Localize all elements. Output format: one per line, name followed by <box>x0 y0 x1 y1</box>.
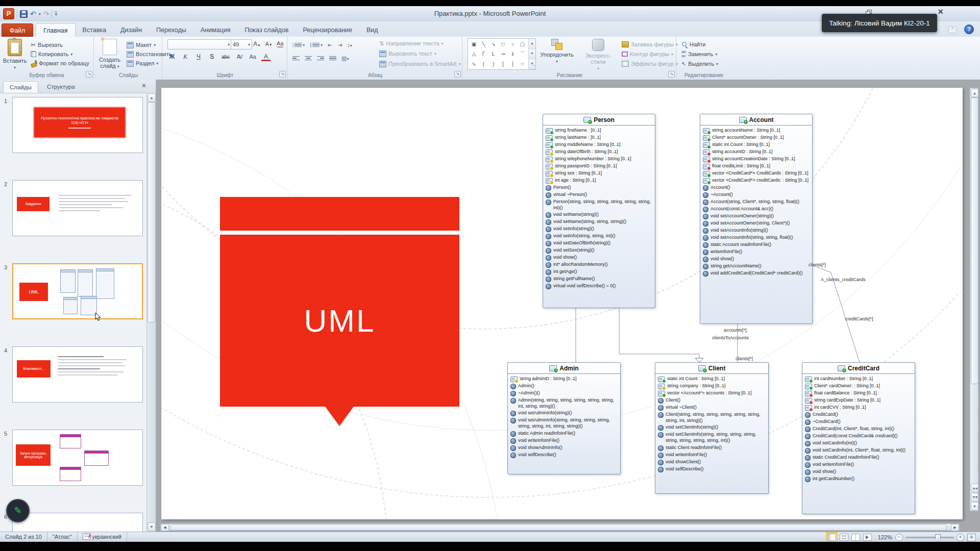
scroll-right-icon[interactable]: ▶ <box>951 524 959 531</box>
font-size-combo[interactable]: 49▾ <box>231 39 252 49</box>
align-center-button[interactable] <box>305 56 312 61</box>
new-slide-button[interactable]: Создать слайд ▾ <box>96 38 124 70</box>
scroll-up-icon[interactable]: ▲ <box>148 93 156 102</box>
slide-thumbnail-3[interactable]: UML <box>12 263 143 319</box>
text-direction-button[interactable]: ⇅Направление текста▾ <box>379 38 444 48</box>
dialog-launcher-icon[interactable]: ↘ <box>279 71 286 78</box>
uml-class-account[interactable]: Accountstring accountName : String [0..1… <box>700 114 813 324</box>
shape-option-icon[interactable]: L <box>492 51 495 57</box>
find-button[interactable]: Найти <box>681 39 705 49</box>
decrease-indent-button[interactable]: ⇤ <box>328 42 332 48</box>
shape-option-icon[interactable]: ☆ <box>520 61 525 67</box>
horizontal-scrollbar[interactable]: ◀ ▶ <box>160 523 960 531</box>
tab-transitions[interactable]: Переходы <box>149 23 193 37</box>
shape-option-icon[interactable]: { <box>502 61 504 67</box>
uml-class-client[interactable]: Clientstatic int Count : String [0..1]st… <box>655 362 769 494</box>
shape-effects-button[interactable]: Эффекты фигур▾ <box>622 59 678 69</box>
panel-scrollbar[interactable]: ▲ ▼ <box>146 93 156 532</box>
zoom-slider[interactable] <box>905 537 954 538</box>
strikethrough-button[interactable]: abc <box>220 54 231 60</box>
shape-option-icon[interactable]: ( <box>483 61 484 67</box>
zoom-in-button[interactable]: + <box>957 534 964 541</box>
scroll-down-icon[interactable]: ▼ <box>148 522 156 531</box>
shape-outline-button[interactable]: Контур фигуры▾ <box>622 49 673 59</box>
shape-option-icon[interactable]: } <box>512 61 513 67</box>
paste-button[interactable]: Вставить▾ <box>1 38 29 71</box>
align-text-button[interactable]: Выровнять текст▾ <box>379 48 436 59</box>
align-left-button[interactable] <box>292 56 300 61</box>
view-reading-button[interactable] <box>851 534 860 541</box>
shape-option-icon[interactable]: ∿ <box>472 61 476 67</box>
close-window-icon[interactable]: × <box>938 7 943 17</box>
shape-option-icon[interactable]: ╲ <box>482 41 485 47</box>
text-shadow-button[interactable]: S <box>207 53 216 60</box>
grow-font-button[interactable]: A▲ <box>253 40 261 47</box>
slide-counter[interactable]: Слайд 2 из 10 <box>0 532 47 542</box>
slide-canvas[interactable]: UML Personstring firstName : [0..1]strin… <box>161 88 963 519</box>
scrollbar-thumb[interactable] <box>971 97 978 384</box>
convert-smartart-button[interactable]: Преобразовать в SmartArt▾ <box>379 59 460 69</box>
vertical-scrollbar[interactable]: ▲ ▲▲ ▼▼ ▼ <box>970 88 978 511</box>
justify-button[interactable] <box>329 56 336 61</box>
tab-slideshow[interactable]: Показ слайдов <box>237 23 296 37</box>
shape-option-icon[interactable]: ▢ <box>520 41 525 47</box>
previous-slide-button[interactable]: ▲▲ <box>971 484 978 492</box>
shape-option-icon[interactable]: ▣ <box>472 41 476 47</box>
tab-view[interactable]: Вид <box>359 23 385 37</box>
zoom-level[interactable]: 122% <box>878 534 892 540</box>
scrollbar-thumb[interactable] <box>148 102 156 322</box>
slide-thumbnail-5[interactable]: Запуск програми, авторизація <box>12 430 143 486</box>
shape-option-icon[interactable]: ) <box>493 61 494 67</box>
dialog-launcher-icon[interactable]: ↘ <box>86 71 92 78</box>
scrollbar-thumb[interactable] <box>170 524 947 531</box>
shapes-gallery-scrollbar[interactable]: ▲▼▼̲ <box>528 39 535 69</box>
theme-name[interactable]: "Атлас" <box>47 532 78 542</box>
increase-indent-button[interactable]: ⇥ <box>337 42 342 48</box>
layout-button[interactable]: Макет▾ <box>127 40 156 50</box>
shrink-font-button[interactable]: A▼ <box>265 41 273 47</box>
uml-class-creditcard[interactable]: CreditCardint cardNumber : String [0..1]… <box>802 362 915 514</box>
tab-outline-panel[interactable]: Структура <box>41 81 81 92</box>
change-case-button[interactable]: Aa <box>248 54 257 60</box>
view-normal-button[interactable] <box>827 533 837 541</box>
help-icon[interactable]: ? <box>964 24 974 34</box>
shape-option-icon[interactable]: △ <box>472 51 476 57</box>
replace-button[interactable]: abacЗаменить▾ <box>681 49 717 59</box>
shape-option-icon[interactable]: □ <box>501 41 504 47</box>
shape-option-icon[interactable]: ↘ <box>491 41 495 47</box>
format-painter-button[interactable]: Формат по образцу <box>31 58 89 68</box>
clear-formatting-button[interactable]: A͟a <box>277 40 283 47</box>
scroll-down-icon[interactable]: ▼ <box>971 502 978 511</box>
slide-thumbnail-1[interactable]: Проектно-технологічна практика на товари… <box>12 97 143 153</box>
annotation-pencil-button[interactable]: ✎ <box>6 499 30 522</box>
next-slide-button[interactable]: ▼▼ <box>971 493 978 502</box>
character-spacing-button[interactable]: AV <box>235 54 244 60</box>
zoom-out-button[interactable]: − <box>895 534 903 541</box>
font-name-combo[interactable]: ▾ <box>167 39 232 49</box>
italic-button[interactable]: К <box>181 53 190 61</box>
shape-option-icon[interactable]: Γ <box>482 51 485 57</box>
shape-option-icon[interactable]: ⌒ <box>520 51 525 58</box>
cut-button[interactable]: ✂Вырезать <box>31 40 63 50</box>
fit-to-window-button[interactable]: ✛ <box>967 534 976 541</box>
bullets-button[interactable]: •••▾ <box>292 43 305 47</box>
shape-option-icon[interactable]: ⇓ <box>510 51 514 57</box>
zoom-slider-thumb[interactable] <box>935 534 941 541</box>
tab-insert[interactable]: Вставка <box>76 23 113 37</box>
line-spacing-button[interactable]: ↕▾ <box>347 42 352 48</box>
slide-thumbnail-6[interactable] <box>12 513 143 532</box>
shape-option-icon[interactable]: ○ <box>511 41 514 47</box>
tab-home[interactable]: Главная <box>36 23 76 37</box>
uml-class-person[interactable]: Personstring firstName : [0..1]string la… <box>543 114 655 308</box>
numbering-button[interactable]: 123▾ <box>310 43 323 47</box>
scroll-left-icon[interactable]: ◀ <box>161 524 169 531</box>
align-right-button[interactable] <box>317 56 324 61</box>
underline-button[interactable]: Ч <box>194 53 203 60</box>
minimize-ribbon-icon[interactable]: ^ <box>948 26 957 33</box>
copy-button[interactable]: Копировать▾ <box>31 49 72 59</box>
dialog-launcher-icon[interactable]: ↘ <box>454 71 461 78</box>
shape-fill-button[interactable]: Заливка фигуры▾ <box>622 39 678 49</box>
close-panel-icon[interactable]: ✕ <box>141 82 146 89</box>
spelling-language[interactable]: украинский <box>78 532 127 542</box>
shape-option-icon[interactable]: ⇒ <box>501 51 505 57</box>
